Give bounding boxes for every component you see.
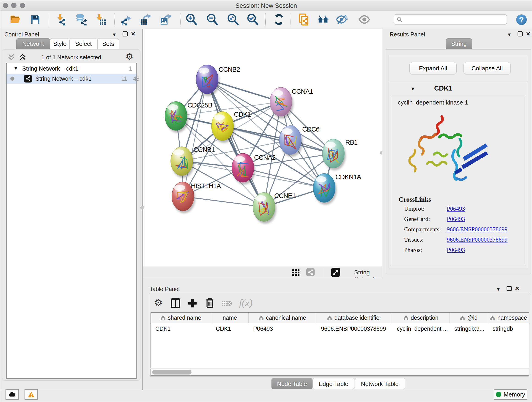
export-table-button[interactable]	[139, 13, 152, 26]
delete-column-trash-icon[interactable]	[205, 298, 215, 308]
panel-close-icon[interactable]: ✕	[526, 31, 530, 37]
column-header-canonical-name[interactable]: canonical name	[249, 313, 317, 323]
crosslink-value-link[interactable]: P06493	[447, 216, 465, 223]
section-expander-icon[interactable]: ▼	[410, 86, 415, 92]
tab-string[interactable]: String	[446, 38, 472, 49]
column-header--id[interactable]: @id	[450, 313, 488, 323]
tab-network[interactable]: Network	[16, 38, 50, 49]
import-network-from-file-button[interactable]	[55, 13, 67, 26]
zoom-selected-button[interactable]	[246, 13, 259, 26]
network-node-ccnb2[interactable]: CCNB2	[196, 65, 240, 96]
network-node-cdc25b[interactable]: CDC25B	[165, 102, 212, 133]
open-session-button[interactable]	[9, 13, 22, 26]
zoom-in-button[interactable]	[185, 13, 198, 26]
crosslink-value-link[interactable]: P06493	[447, 205, 465, 212]
network-node-ccne1[interactable]: CCNE1	[253, 192, 296, 224]
left-splitter-handle[interactable]	[140, 206, 144, 210]
network-node-cdk1[interactable]: CDK1	[211, 111, 251, 143]
scrollbar-thumb[interactable]	[152, 370, 191, 375]
network-node-cdc6[interactable]: CDC6	[279, 126, 319, 157]
panel-maximize-icon[interactable]	[518, 32, 523, 36]
search-icon	[396, 16, 403, 23]
panel-maximize-icon[interactable]	[507, 286, 512, 291]
crosslink-value-link[interactable]: 9606.ENSP00000378699	[447, 236, 507, 243]
network-options-gear-icon[interactable]: ⚙	[126, 52, 133, 62]
tab-edge-table[interactable]: Edge Table	[313, 378, 354, 389]
hide-selection-button[interactable]	[336, 13, 348, 26]
tab-select[interactable]: Select	[70, 38, 97, 49]
table-cell[interactable]: CDK1	[151, 324, 211, 334]
table-cell[interactable]: cyclin–dependent ...	[392, 324, 450, 334]
cdk1-section: ▼ CDK1 cyclin–dependent kinase 1	[389, 82, 528, 268]
zoom-fit-button[interactable]	[226, 13, 239, 26]
cloud-status-button[interactable]	[6, 389, 19, 400]
crosslink-value-link[interactable]: P06493	[447, 247, 465, 254]
network-edge[interactable]	[183, 79, 207, 196]
network-row-selected[interactable]: String Network – cdk1 11 48	[7, 74, 136, 84]
crosslink-label: Compartments:	[404, 226, 441, 233]
panel-float-icon[interactable]: ▼	[112, 32, 117, 37]
network-node-ccna1[interactable]: CCNA1	[270, 87, 313, 119]
show-columns-icon[interactable]	[171, 298, 180, 308]
zoom-out-button[interactable]	[206, 13, 219, 26]
column-header-namespace[interactable]: namespace	[488, 313, 529, 323]
table-cell[interactable]: 9606.ENSP00000378699	[317, 324, 392, 334]
network-canvas[interactable]: CCNB2CCNA1CDC25BCDK1CDC6RB1CCNB1CCNA2CDK…	[143, 29, 382, 266]
network-collection-row[interactable]: ▼ String Network – cdk1 1	[7, 65, 136, 74]
panel-maximize-icon[interactable]	[123, 32, 128, 36]
first-neighbors-button[interactable]	[317, 13, 330, 26]
table-cell[interactable]: stringdb:9...	[450, 324, 488, 334]
application-window: Session: New Session	[0, 0, 532, 402]
create-column-plus-icon[interactable]	[188, 298, 197, 308]
open-in-new-window-icon[interactable]	[331, 268, 340, 277]
crosslink-value-link[interactable]: 9606.ENSP00000378699	[447, 226, 507, 233]
network-node-cdkn1a[interactable]: CDKN1A	[313, 173, 361, 205]
table-horizontal-scrollbar[interactable]	[151, 369, 529, 376]
column-header-database-identifier[interactable]: database identifier	[317, 313, 392, 323]
panel-close-icon[interactable]: ✕	[131, 31, 135, 37]
table-cell[interactable]: stringdb	[488, 324, 529, 334]
search-input[interactable]	[403, 15, 507, 24]
network-node-hist1h1a[interactable]: HIST1H1A	[172, 182, 221, 213]
column-header-label: canonical name	[266, 314, 306, 321]
table-panel-title: Table Panel	[150, 286, 180, 293]
show-all-button[interactable]	[358, 13, 371, 26]
save-session-button[interactable]	[29, 13, 42, 26]
export-image-button[interactable]	[159, 13, 172, 26]
export-network-button[interactable]	[120, 13, 133, 26]
function-builder-icon[interactable]: f(x)	[239, 297, 253, 308]
panel-close-icon[interactable]: ✕	[515, 286, 519, 291]
tab-style[interactable]: Style	[50, 38, 70, 49]
tree-expander-icon[interactable]: ▼	[13, 66, 18, 71]
birds-eye-grid-icon[interactable]	[292, 269, 300, 276]
import-table-from-file-button[interactable]	[94, 13, 107, 26]
tab-sets[interactable]: Sets	[97, 38, 119, 49]
column-header-description[interactable]: description	[392, 313, 450, 323]
network-node-rb1[interactable]: RB1	[322, 139, 357, 170]
network-status-dot-icon	[10, 77, 14, 81]
table-settings-gear-icon[interactable]: ⚙	[154, 297, 163, 308]
delete-table-icon[interactable]	[222, 300, 232, 307]
panel-float-icon[interactable]: ▼	[507, 32, 512, 37]
column-header-shared-name[interactable]: shared name	[151, 313, 211, 323]
node-label: CCNA1	[292, 88, 313, 95]
warnings-button[interactable]	[25, 389, 38, 400]
panel-float-icon[interactable]: ▼	[496, 287, 500, 292]
help-button[interactable]: ?	[516, 14, 527, 25]
network-type-icon[interactable]	[306, 268, 315, 276]
duplicate-network-button[interactable]	[298, 13, 310, 26]
network-node-ccna2[interactable]: CCNA2	[232, 153, 275, 185]
export-table-icon	[140, 13, 152, 26]
table-cell[interactable]: P06493	[249, 324, 317, 334]
tab-node-table[interactable]: Node Table	[271, 378, 313, 389]
expand-all-button[interactable]: Expand All	[409, 62, 457, 75]
tab-network-table[interactable]: Network Table	[354, 378, 405, 389]
import-network-from-database-button[interactable]	[75, 13, 87, 26]
table-cell[interactable]: CDK1	[211, 324, 249, 334]
column-header-name[interactable]: name	[211, 313, 249, 323]
window-title: Session: New Session	[0, 2, 532, 9]
toolbar-separator	[180, 13, 181, 26]
collapse-all-button[interactable]: Collapse All	[463, 62, 511, 75]
memory-button[interactable]: Memory	[494, 389, 527, 400]
refresh-button[interactable]	[272, 13, 285, 26]
